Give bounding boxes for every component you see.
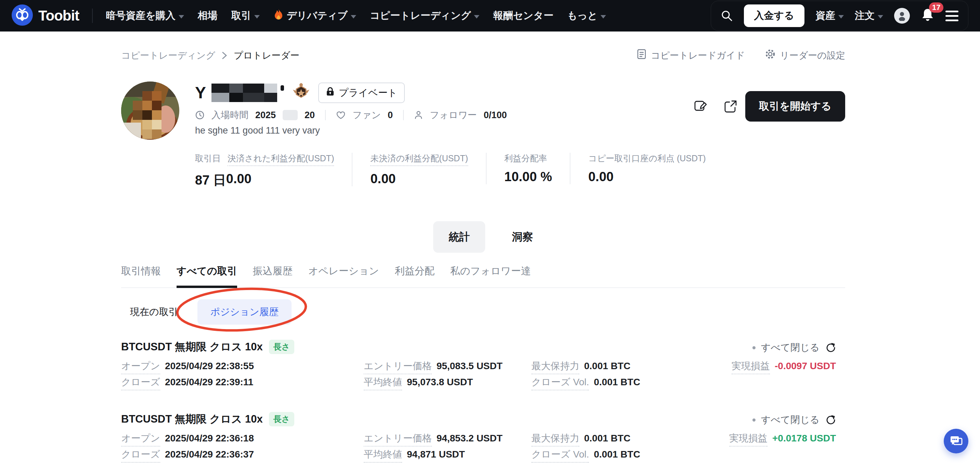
circular-arrow-icon[interactable] [825, 414, 836, 425]
filter-current-trades[interactable]: 現在の取引 [130, 305, 178, 318]
chevron-right-icon [221, 51, 228, 60]
avg-close-label[interactable]: 平均終値 [364, 448, 402, 463]
notification-count-badge: 17 [929, 2, 943, 13]
nav-item-more[interactable]: もっと [567, 9, 606, 22]
open-label[interactable]: オープン [121, 432, 160, 447]
position-title: BTCUSDT 無期限 クロス 10x 長さ [121, 340, 294, 354]
nav-item-trade[interactable]: 取引 [231, 9, 260, 22]
close-vol-label[interactable]: クローズ Vol. [531, 448, 589, 463]
settled-share-label[interactable]: 決済された利益分配(USDT) [228, 153, 334, 166]
stat-trading-days-and-settled: 取引日 決済された利益分配(USDT) 87 日0.00 [195, 153, 352, 189]
unsettled-share-label[interactable]: 未決済の利益分配(USDT) [370, 153, 468, 166]
realized-pnl-label[interactable]: 実現損益 [729, 432, 767, 447]
orders-menu[interactable]: 注文 [855, 9, 883, 22]
subtab-operations[interactable]: オペレーション [308, 264, 379, 278]
chat-bubble-icon [949, 435, 963, 447]
lock-icon [326, 87, 335, 99]
subtab-my-followers[interactable]: 私のフォロワー達 [450, 264, 531, 278]
stat-copy-account-benefit: コピー取引口座の利点 (USDT) 0.00 [570, 153, 723, 184]
breadcrumb-current: プロトレーダー [234, 49, 299, 62]
realized-pnl-value: -0.0097 USDT [775, 361, 836, 372]
stat-profit-share-rate: 利益分配率 10.00 % [486, 153, 570, 184]
fans-label: ファン [352, 109, 381, 121]
hamburger-icon[interactable] [945, 11, 958, 21]
start-trading-button[interactable]: 取引を開始する [745, 91, 845, 121]
gear-icon [765, 49, 776, 62]
chevron-down-icon [474, 15, 479, 19]
toobit-logo[interactable]: Toobit [12, 5, 79, 27]
assets-menu[interactable]: 資産 [815, 9, 844, 22]
followers-label: フォロワー [430, 109, 477, 121]
copy-benefit-value: 0.00 [588, 169, 614, 184]
subtab-all-trades[interactable]: すべての取引 [177, 264, 237, 278]
realized-pnl-label[interactable]: 実現損益 [732, 359, 770, 374]
close-vol-value: 0.001 BTC [594, 449, 640, 460]
edit-profile-icon[interactable] [693, 99, 708, 114]
trader-avatar [121, 81, 179, 140]
profit-share-rate-label: 利益分配率 [504, 153, 547, 164]
max-hold-value: 0.001 BTC [584, 433, 630, 444]
entry-price-label[interactable]: エントリー価格 [364, 432, 432, 447]
tab-statistics[interactable]: 統計 [433, 221, 485, 253]
max-hold-label[interactable]: 最大保持力 [531, 432, 579, 447]
tab-insight[interactable]: 洞察 [512, 230, 533, 244]
subtab-transfer-history[interactable]: 振込履歴 [253, 264, 293, 278]
position-filter-row: 現在の取引 ポジション履歴 [130, 299, 291, 325]
entry-price-value: 94,853.2 USDT [437, 433, 503, 444]
avg-close-label[interactable]: 平均終値 [364, 376, 402, 390]
subtab-profit-share[interactable]: 利益分配 [395, 264, 434, 278]
nav-item-rewards-hub[interactable]: 報酬センター [493, 9, 553, 22]
heart-icon [336, 111, 345, 120]
close-label[interactable]: クローズ [121, 448, 160, 463]
clock-icon [195, 110, 205, 120]
leader-level-medal-icon [291, 82, 311, 104]
position-history-list: BTCUSDT 無期限 クロス 10x 長さ すべて閉じる オープン2025/0… [121, 342, 845, 463]
chevron-down-icon [878, 15, 883, 19]
position-title: BTCUSDT 無期限 クロス 10x 長さ [121, 412, 294, 426]
close-all-action[interactable]: すべて閉じる [752, 341, 836, 354]
redacted-name-block [212, 83, 277, 102]
close-vol-label[interactable]: クローズ Vol. [531, 376, 589, 390]
account-avatar-icon[interactable] [894, 8, 910, 24]
close-label[interactable]: クローズ [121, 376, 160, 390]
copy-benefit-label: コピー取引口座の利点 (USDT) [588, 153, 706, 164]
circular-arrow-icon[interactable] [825, 342, 836, 353]
document-icon [636, 49, 647, 62]
share-profile-icon[interactable] [723, 99, 738, 114]
close-vol-value: 0.001 BTC [594, 377, 640, 388]
search-icon[interactable] [721, 10, 733, 22]
copy-trade-guide-link[interactable]: コピートレードガイド [636, 49, 745, 62]
subtab-trade-info[interactable]: 取引情報 [121, 264, 161, 278]
open-time: 2025/04/29 22:36:18 [165, 433, 254, 444]
trader-name-row: Y プライベート [195, 82, 405, 104]
max-hold-label[interactable]: 最大保持力 [531, 359, 579, 374]
support-chat-button[interactable] [944, 429, 968, 453]
nav-item-markets[interactable]: 相場 [198, 9, 218, 22]
main-tabs: 統計 洞察 [121, 221, 845, 253]
chevron-down-icon [179, 15, 184, 19]
nav-item-derivatives[interactable]: デリバティブ [274, 8, 356, 23]
entry-price-label[interactable]: エントリー価格 [364, 359, 432, 374]
person-icon [414, 110, 423, 120]
open-label[interactable]: オープン [121, 359, 160, 374]
realized-pnl: 実現損益 +0.0178 USDT [729, 432, 836, 447]
deposit-button[interactable]: 入金する [744, 5, 805, 27]
close-all-action[interactable]: すべて閉じる [752, 414, 836, 426]
joined-year: 2025 [255, 110, 276, 121]
notifications-button[interactable]: 17 [921, 8, 934, 24]
position-symbol: BTCUSDT 無期限 クロス 10x [121, 412, 263, 426]
filter-position-history[interactable]: ポジション履歴 [197, 299, 291, 325]
profit-stats-row: 取引日 決済された利益分配(USDT) 87 日0.00 未決済の利益分配(US… [195, 153, 724, 189]
breadcrumb-parent[interactable]: コピートレーディング [121, 49, 215, 62]
avg-close-value: 94,871 USDT [407, 449, 465, 460]
leader-settings-link[interactable]: リーダーの設定 [765, 49, 845, 62]
trading-days-value: 87 日 [195, 172, 226, 189]
nav-item-buy-crypto[interactable]: 暗号資産を購入 [106, 9, 184, 22]
nav-menu: 暗号資産を購入 相場 取引 デリバティブ コピートレーディング 報酬センター も… [106, 8, 606, 23]
meta-divider [403, 110, 404, 120]
fans-count: 0 [388, 110, 393, 121]
joined-day: 20 [305, 110, 315, 121]
nav-item-copy-trading[interactable]: コピートレーディング [370, 9, 479, 22]
close-time: 2025/04/29 22:39:11 [165, 377, 253, 388]
private-badge: プライベート [318, 83, 405, 103]
